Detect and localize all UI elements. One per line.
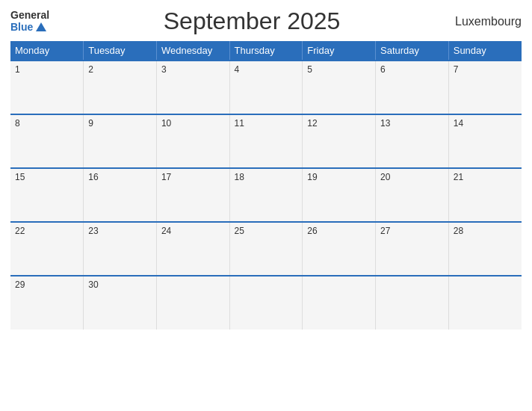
- calendar-cell: 19: [303, 168, 376, 222]
- calendar-cell: 16: [84, 168, 157, 222]
- calendar-cell: 20: [376, 168, 449, 222]
- day-header-tuesday: Tuesday: [84, 41, 157, 61]
- date-number: 5: [307, 64, 312, 75]
- calendar-table: MondayTuesdayWednesdayThursdayFridaySatu…: [10, 41, 522, 330]
- day-header-wednesday: Wednesday: [156, 41, 229, 61]
- date-number: 27: [380, 226, 390, 236]
- calendar-cell: [156, 276, 229, 330]
- calendar-cell: 15: [10, 168, 84, 222]
- calendar-cell: 4: [229, 61, 303, 114]
- calendar-cell: 2: [84, 61, 157, 114]
- calendar-header: MondayTuesdayWednesdayThursdayFridaySatu…: [10, 41, 522, 61]
- date-number: 9: [88, 118, 93, 129]
- day-header-thursday: Thursday: [229, 41, 303, 61]
- date-number: 11: [235, 118, 244, 129]
- date-number: 26: [307, 226, 317, 236]
- date-number: 19: [307, 172, 317, 182]
- calendar-cell: [303, 276, 376, 330]
- calendar-cell: [229, 276, 303, 330]
- date-number: 30: [88, 279, 98, 290]
- date-number: 21: [454, 172, 463, 182]
- date-number: 2: [88, 64, 93, 75]
- logo-blue-text: Blue: [10, 22, 49, 33]
- calendar-cell: 13: [376, 114, 449, 168]
- date-number: 6: [380, 64, 386, 75]
- date-number: 17: [161, 172, 171, 182]
- calendar-cell: 7: [448, 61, 522, 114]
- date-number: 22: [15, 226, 25, 236]
- calendar-cell: 10: [156, 114, 229, 168]
- logo-general-text: General: [10, 10, 49, 21]
- calendar-cell: 14: [448, 114, 522, 168]
- date-number: 13: [380, 118, 390, 129]
- calendar-cell: 22: [10, 222, 84, 276]
- calendar-cell: 24: [156, 222, 229, 276]
- date-number: 29: [15, 279, 25, 290]
- calendar-week-1: 1234567: [10, 61, 522, 114]
- calendar-cell: [376, 276, 449, 330]
- logo-triangle-icon: [36, 22, 46, 31]
- date-number: 15: [15, 172, 25, 182]
- calendar-week-2: 891011121314: [10, 114, 522, 168]
- calendar-week-5: 2930: [10, 276, 522, 330]
- calendar-week-3: 15161718192021: [10, 168, 522, 222]
- calendar-cell: 26: [303, 222, 376, 276]
- date-number: 10: [161, 118, 171, 129]
- day-header-friday: Friday: [303, 41, 376, 61]
- calendar-cell: 5: [303, 61, 376, 114]
- day-header-sunday: Sunday: [448, 41, 522, 61]
- calendar-cell: 29: [10, 276, 84, 330]
- header: General Blue September 2025 Luxembourg: [10, 7, 522, 35]
- calendar-cell: 30: [84, 276, 157, 330]
- country-label: Luxembourg: [454, 15, 522, 28]
- date-number: 16: [88, 172, 98, 182]
- date-number: 20: [380, 172, 390, 182]
- date-number: 1: [15, 64, 20, 75]
- calendar-cell: 12: [303, 114, 376, 168]
- date-number: 25: [235, 226, 244, 236]
- date-number: 24: [161, 226, 171, 236]
- calendar-body: 1234567891011121314151617181920212223242…: [10, 61, 522, 330]
- calendar-cell: 21: [448, 168, 522, 222]
- day-header-monday: Monday: [10, 41, 84, 61]
- calendar-cell: 25: [229, 222, 303, 276]
- calendar-cell: 9: [84, 114, 157, 168]
- calendar-cell: 3: [156, 61, 229, 114]
- date-number: 3: [161, 64, 167, 75]
- calendar-cell: 23: [84, 222, 157, 276]
- calendar-week-4: 22232425262728: [10, 222, 522, 276]
- date-number: 7: [454, 64, 459, 75]
- date-number: 4: [235, 64, 240, 75]
- calendar-cell: 1: [10, 61, 84, 114]
- date-number: 28: [454, 226, 463, 236]
- calendar-title: September 2025: [49, 7, 454, 35]
- calendar-cell: 8: [10, 114, 84, 168]
- calendar-cell: 28: [448, 222, 522, 276]
- date-number: 12: [307, 118, 317, 129]
- calendar-cell: 11: [229, 114, 303, 168]
- logo: General Blue: [10, 10, 49, 33]
- date-number: 8: [15, 118, 20, 129]
- days-header-row: MondayTuesdayWednesdayThursdayFridaySatu…: [10, 41, 522, 61]
- calendar-cell: 27: [376, 222, 449, 276]
- calendar-cell: 18: [229, 168, 303, 222]
- date-number: 14: [454, 118, 463, 129]
- day-header-saturday: Saturday: [376, 41, 449, 61]
- calendar-page: General Blue September 2025 Luxembourg M…: [0, 0, 532, 411]
- calendar-cell: [448, 276, 522, 330]
- calendar-cell: 6: [376, 61, 449, 114]
- date-number: 18: [235, 172, 244, 182]
- calendar-cell: 17: [156, 168, 229, 222]
- date-number: 23: [88, 226, 98, 236]
